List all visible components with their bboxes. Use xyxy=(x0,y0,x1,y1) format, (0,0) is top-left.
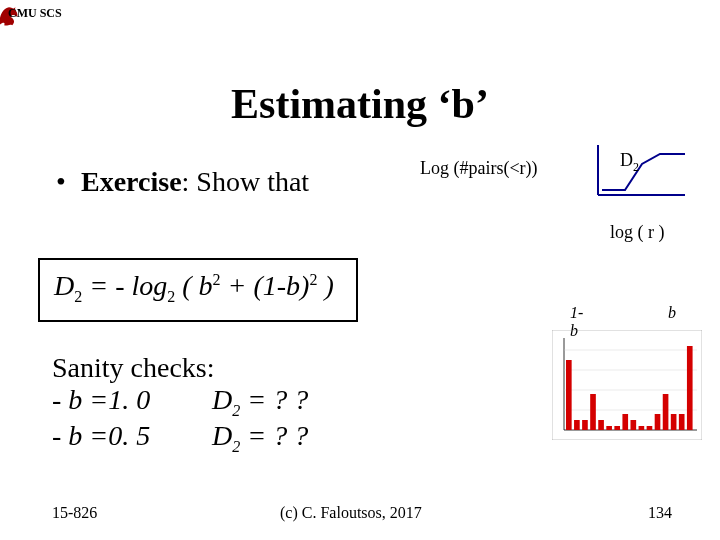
svg-rect-15 xyxy=(614,426,620,430)
footer-page-number: 134 xyxy=(648,504,672,522)
svg-rect-13 xyxy=(598,420,604,430)
sanity-r2-left: - b =0. 5 xyxy=(52,420,212,456)
exercise-rest: : Show that xyxy=(182,166,310,197)
sanity-row-1: - b =1. 0 D2 = ? ? xyxy=(52,384,308,420)
sanity-r1-left: - b =1. 0 xyxy=(52,384,212,420)
f-close: ) xyxy=(317,270,333,301)
slide-title: Estimating ‘b’ xyxy=(0,80,720,128)
svg-rect-23 xyxy=(679,414,685,430)
svg-rect-17 xyxy=(631,420,637,430)
svg-rect-12 xyxy=(590,394,596,430)
svg-rect-21 xyxy=(663,394,669,430)
svg-rect-16 xyxy=(622,414,628,430)
sanity-r2-rest: = ? ? xyxy=(240,420,308,451)
footer-copyright: (c) C. Faloutsos, 2017 xyxy=(280,504,422,522)
svg-rect-24 xyxy=(687,346,693,430)
chart1-xlabel: log ( r ) xyxy=(610,222,664,243)
f-sq1: 2 xyxy=(213,271,221,288)
svg-rect-19 xyxy=(647,426,653,430)
sanity-r1-right: D2 = ? ? xyxy=(212,384,308,420)
f-log: log xyxy=(131,270,167,301)
sanity-r2-right: D2 = ? ? xyxy=(212,420,308,456)
chart1-ylabel: Log (#pairs(<r)) xyxy=(420,158,538,179)
sanity-r1-var: D xyxy=(212,384,232,415)
f-eq: = - xyxy=(82,270,131,301)
formula-box: D2 = - log2 ( b2 + (1-b)2 ) xyxy=(38,258,358,322)
svg-rect-22 xyxy=(671,414,677,430)
sanity-block: Sanity checks: - b =1. 0 D2 = ? ? - b =0… xyxy=(52,352,308,455)
svg-rect-11 xyxy=(582,420,588,430)
cantor-bar-chart xyxy=(552,330,702,440)
exercise-bold: Exercise xyxy=(81,166,182,197)
org-label: CMU SCS xyxy=(8,6,62,21)
f-plus: + (1-b) xyxy=(221,270,310,301)
d2-sub: 2 xyxy=(633,160,639,174)
footer-course: 15-826 xyxy=(52,504,97,522)
sanity-row-2: - b =0. 5 D2 = ? ? xyxy=(52,420,308,456)
sanity-r1-rest: = ? ? xyxy=(240,384,308,415)
sanity-r2-var: D xyxy=(212,420,232,451)
svg-rect-18 xyxy=(639,426,645,430)
chart1-curve-label: D2 xyxy=(620,150,639,175)
slide-header: CMU SCS xyxy=(8,6,62,21)
f-open: ( xyxy=(175,270,198,301)
svg-rect-20 xyxy=(655,414,661,430)
sanity-heading: Sanity checks: xyxy=(52,352,308,384)
f-b: b xyxy=(199,270,213,301)
mini-chart-d2 xyxy=(590,140,690,200)
svg-rect-10 xyxy=(574,420,580,430)
bar-label-right: b xyxy=(668,304,676,322)
svg-rect-9 xyxy=(566,360,572,430)
f-lhs: D xyxy=(54,270,74,301)
exercise-line: • Exercise: Show that xyxy=(56,166,309,198)
svg-rect-14 xyxy=(606,426,612,430)
d2-var: D xyxy=(620,150,633,170)
bullet-icon: • xyxy=(56,166,74,198)
